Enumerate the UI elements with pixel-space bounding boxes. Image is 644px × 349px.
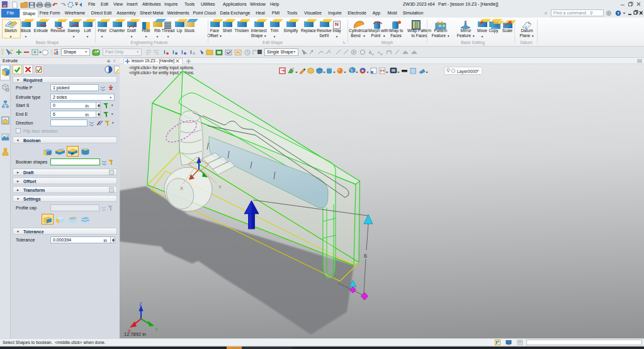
svg-text:I: I xyxy=(181,49,183,55)
svg-text:Y: Y xyxy=(155,327,158,333)
svg-text:Y: Y xyxy=(218,184,222,190)
svg-text:Layer0000: Layer0000 xyxy=(457,69,477,74)
svg-text:12.7892 in: 12.7892 in xyxy=(124,331,146,337)
svg-text:1: 1 xyxy=(528,21,530,25)
svg-text:I: I xyxy=(172,49,174,55)
svg-text:6: 6 xyxy=(364,253,367,259)
svg-text:?: ? xyxy=(617,11,619,16)
svg-text:I: I xyxy=(164,49,166,55)
svg-text:Z: Z xyxy=(139,301,142,307)
svg-text:X: X xyxy=(180,186,183,191)
svg-text:I: I xyxy=(190,49,192,55)
